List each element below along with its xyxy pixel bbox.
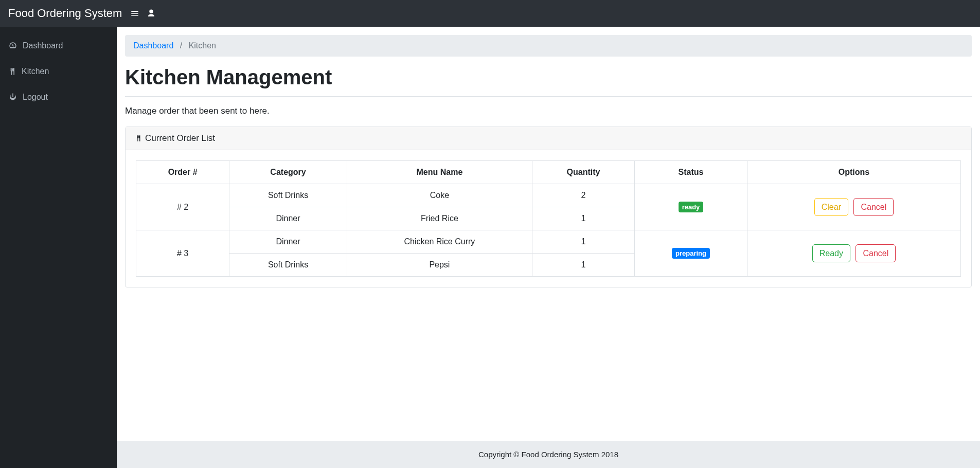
brand[interactable]: Food Ordering System bbox=[8, 7, 122, 20]
menu-toggle-icon[interactable] bbox=[130, 9, 139, 18]
cell-order: # 2 bbox=[136, 184, 229, 230]
footer-text: Copyright © Food Ordering System 2018 bbox=[478, 450, 618, 459]
cell-menu: Coke bbox=[347, 184, 532, 207]
navbar: Food Ordering System bbox=[0, 0, 980, 27]
sidebar-item-logout[interactable]: Logout bbox=[0, 84, 117, 110]
cell-menu: Pepsi bbox=[347, 254, 532, 277]
power-icon bbox=[8, 93, 17, 102]
col-menu: Menu Name bbox=[347, 161, 532, 184]
status-badge: ready bbox=[679, 202, 704, 212]
col-qty: Quantity bbox=[532, 161, 635, 184]
sidebar: Dashboard Kitchen Logout bbox=[0, 27, 117, 468]
cell-status: preparing bbox=[634, 230, 747, 277]
layout: Dashboard Kitchen Logout Dashboard / Kit… bbox=[0, 27, 980, 468]
status-badge: preparing bbox=[672, 248, 710, 259]
sidebar-item-dashboard[interactable]: Dashboard bbox=[0, 33, 117, 59]
cell-category: Dinner bbox=[229, 230, 347, 254]
cell-qty: 1 bbox=[532, 230, 635, 254]
table-row: # 2 Soft Drinks Coke 2 ready Clear Cance… bbox=[136, 184, 961, 207]
clear-button[interactable]: Clear bbox=[814, 198, 848, 216]
breadcrumb-separator: / bbox=[176, 41, 186, 50]
col-category: Category bbox=[229, 161, 347, 184]
cell-status: ready bbox=[634, 184, 747, 230]
cell-options: Ready Cancel bbox=[747, 230, 961, 277]
cell-menu: Chicken Rice Curry bbox=[347, 230, 532, 254]
utensils-icon bbox=[8, 67, 16, 76]
cancel-button[interactable]: Cancel bbox=[856, 244, 896, 262]
page-lead: Manage order that been sent to here. bbox=[125, 106, 972, 116]
breadcrumb-root[interactable]: Dashboard bbox=[133, 41, 173, 50]
user-icon[interactable] bbox=[147, 9, 156, 18]
cell-qty: 2 bbox=[532, 184, 635, 207]
breadcrumb-current: Kitchen bbox=[189, 41, 216, 50]
breadcrumb: Dashboard / Kitchen bbox=[125, 35, 972, 57]
page-title: Kitchen Management bbox=[125, 66, 972, 89]
cell-qty: 1 bbox=[532, 254, 635, 277]
cell-category: Soft Drinks bbox=[229, 254, 347, 277]
sidebar-item-label: Logout bbox=[23, 93, 48, 102]
main: Dashboard / Kitchen Kitchen Management M… bbox=[117, 27, 980, 468]
table-row: # 3 Dinner Chicken Rice Curry 1 preparin… bbox=[136, 230, 961, 254]
ready-button[interactable]: Ready bbox=[812, 244, 850, 262]
sidebar-item-label: Kitchen bbox=[22, 67, 49, 76]
cancel-button[interactable]: Cancel bbox=[853, 198, 894, 216]
order-table: Order # Category Menu Name Quantity Stat… bbox=[136, 160, 961, 277]
dashboard-icon bbox=[8, 41, 17, 50]
cell-options: Clear Cancel bbox=[747, 184, 961, 230]
card-body: Order # Category Menu Name Quantity Stat… bbox=[126, 150, 971, 287]
cell-qty: 1 bbox=[532, 207, 635, 230]
cell-menu: Fried Rice bbox=[347, 207, 532, 230]
sidebar-item-kitchen[interactable]: Kitchen bbox=[0, 59, 117, 84]
utensils-icon bbox=[135, 134, 142, 142]
divider bbox=[125, 96, 972, 97]
content: Dashboard / Kitchen Kitchen Management M… bbox=[117, 27, 980, 441]
col-order: Order # bbox=[136, 161, 229, 184]
col-options: Options bbox=[747, 161, 961, 184]
cell-category: Soft Drinks bbox=[229, 184, 347, 207]
card-header: Current Order List bbox=[126, 127, 971, 150]
col-status: Status bbox=[634, 161, 747, 184]
cell-category: Dinner bbox=[229, 207, 347, 230]
card-title: Current Order List bbox=[145, 133, 215, 143]
table-header-row: Order # Category Menu Name Quantity Stat… bbox=[136, 161, 961, 184]
sidebar-item-label: Dashboard bbox=[23, 41, 63, 50]
order-list-card: Current Order List Order # Category Menu… bbox=[125, 127, 972, 287]
footer: Copyright © Food Ordering System 2018 bbox=[117, 441, 980, 468]
cell-order: # 3 bbox=[136, 230, 229, 277]
